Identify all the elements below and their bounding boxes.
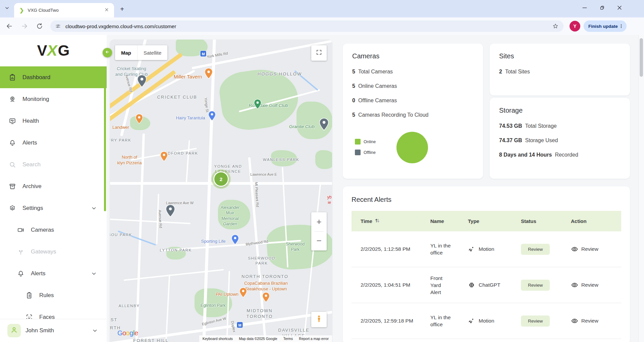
bookmark-star-icon[interactable] (552, 23, 559, 30)
zoom-out-button[interactable]: − (311, 232, 327, 251)
map-button[interactable]: Map (115, 45, 137, 60)
map-pin-icon[interactable] (137, 74, 147, 88)
cameras-card-title: Cameras (352, 52, 474, 60)
window-restore-button[interactable] (594, 0, 610, 17)
tab-close-icon[interactable] (103, 7, 110, 14)
alert-action[interactable]: Review (571, 281, 621, 289)
dashboard-icon (9, 74, 16, 81)
review-button[interactable]: Review (521, 280, 550, 291)
camera-cluster-marker[interactable]: 2 (213, 171, 229, 187)
browser-tab[interactable]: ❯ VXG CloudTwo (14, 3, 114, 17)
storage-card: Storage 74.53 GBTotal Storage74.37 GBSto… (490, 98, 630, 179)
new-tab-button[interactable]: + (118, 5, 126, 13)
sort-icon[interactable] (374, 218, 380, 225)
map-fullscreen-button[interactable] (311, 45, 327, 61)
map-label: BOU PARK (110, 232, 132, 237)
satellite-button[interactable]: Satellite (137, 45, 167, 60)
map-pin-icon[interactable] (254, 99, 262, 109)
sidebar-item-health[interactable]: Health (0, 110, 107, 132)
alert-name-text: YL in the office (430, 242, 452, 256)
map-pin-icon[interactable] (262, 292, 270, 302)
map-label: Sporting Life (201, 239, 226, 244)
map-pin-icon[interactable] (135, 114, 143, 124)
back-button[interactable] (6, 22, 13, 30)
chevron-down-icon[interactable] (91, 270, 97, 277)
map-pin-icon[interactable] (231, 234, 239, 245)
sidebar-item-alerts[interactable]: Alerts (0, 132, 107, 154)
sidebar-item-archive[interactable]: Archive (0, 175, 107, 197)
pegman-button[interactable] (311, 312, 327, 327)
map-pin-icon[interactable] (204, 68, 213, 79)
sidebar-item-search[interactable]: Search (0, 154, 107, 175)
sidebar-item-faces[interactable]: Faces (0, 306, 107, 319)
sidebar-item-label: Cameras (31, 227, 54, 233)
map-pin-icon[interactable] (160, 151, 168, 162)
page-scrollbar[interactable] (638, 35, 644, 342)
monitoring-icon (9, 96, 16, 103)
motion-icon (468, 245, 475, 253)
page-scrollbar-thumb[interactable] (640, 38, 643, 77)
sidebar-item-label: Alerts (31, 270, 45, 277)
cameras-stat: 5Cameras Recording To Cloud (352, 111, 474, 119)
cameras-card: Cameras 5Total Cameras5Online Cameras0Of… (343, 44, 483, 179)
search-icon (9, 161, 16, 168)
map-label: Miller Tavern (174, 73, 202, 80)
alerts-table-header: TimeNameTypeStatusAction (352, 211, 621, 231)
storage-stat: 74.53 GBTotal Storage (499, 122, 621, 130)
map-attribution-link[interactable]: Terms (283, 337, 293, 341)
map-road (165, 274, 170, 342)
browser-menu-icon[interactable] (619, 23, 624, 29)
sidebar-collapse-button[interactable] (103, 48, 112, 57)
map-attribution-link[interactable]: Report a map error (299, 337, 329, 341)
alert-action[interactable]: Review (571, 317, 621, 325)
metro-station-icon[interactable]: M (200, 51, 207, 57)
sidebar-item-label: Rules (39, 292, 54, 299)
sidebar-item-label: Search (22, 161, 41, 168)
profile-avatar[interactable]: Y (570, 21, 580, 32)
sidebar-item-cameras[interactable]: Cameras (0, 219, 107, 241)
sidebar-item-settings[interactable]: Settings (0, 197, 107, 219)
map-attribution-link[interactable]: Keyboard shortcuts (203, 337, 233, 341)
tab-search-button[interactable] (3, 4, 11, 13)
fullscreen-icon (316, 49, 322, 57)
sidebar-item-rules[interactable]: Rules (0, 284, 107, 306)
map-label: NORTH TORONTO (241, 274, 288, 280)
metro-station-icon[interactable]: M (237, 322, 243, 328)
zoom-in-button[interactable]: + (311, 212, 327, 231)
reload-button[interactable] (36, 22, 43, 30)
cameras-stat: 5Total Cameras (352, 68, 474, 75)
map-label: SHERWOOD PARK (248, 256, 275, 266)
sites-stat: 2Total Sites (499, 68, 621, 75)
site-info-icon[interactable] (55, 23, 61, 29)
review-button[interactable]: Review (521, 244, 550, 255)
alert-status: Review (521, 244, 571, 255)
review-button[interactable]: Review (521, 316, 550, 327)
alerts-table: TimeNameTypeStatusAction 2/2/2025, 1:12:… (352, 211, 621, 339)
storage-card-title: Storage (499, 107, 621, 114)
sidebar-item-alerts[interactable]: Alerts (0, 263, 107, 284)
map-pin-icon[interactable] (208, 111, 216, 121)
map-label: Eglinton Park (201, 303, 225, 308)
user-menu[interactable]: John Smith (0, 319, 106, 342)
finish-update-button[interactable]: Finish update (584, 20, 627, 32)
sidebar-item-label: Alerts (22, 139, 37, 146)
map-pin-icon[interactable] (239, 287, 247, 298)
chevron-down-icon[interactable] (91, 205, 97, 212)
address-bar[interactable]: cloudtwo-prod.vxgdemo.cloud-vms.com/cust… (50, 20, 564, 32)
url-text: cloudtwo-prod.vxgdemo.cloud-vms.com/cust… (65, 23, 552, 29)
column-header-time[interactable]: Time (352, 218, 430, 225)
forward-button[interactable] (21, 22, 28, 30)
alert-action[interactable]: Review (571, 245, 621, 253)
sidebar-scrollbar-thumb[interactable] (104, 67, 106, 211)
alert-name-text: Front Yard Alert (430, 275, 452, 296)
window-close-button[interactable] (611, 0, 628, 17)
window-minimize-button[interactable] (577, 0, 593, 17)
sidebar-item-monitoring[interactable]: Monitoring (0, 88, 107, 110)
map-pin-icon[interactable] (319, 118, 329, 131)
sidebar-item-gateways[interactable]: Gateways (0, 241, 107, 263)
alert-name: Front Yard Alert (430, 275, 468, 296)
action-review-label: Review (581, 318, 598, 324)
map-pin-icon[interactable] (165, 204, 175, 217)
map-canvas[interactable]: Cricket Skating and Curling ClubMiller T… (110, 40, 332, 342)
sidebar-item-dashboard[interactable]: Dashboard (0, 66, 107, 88)
